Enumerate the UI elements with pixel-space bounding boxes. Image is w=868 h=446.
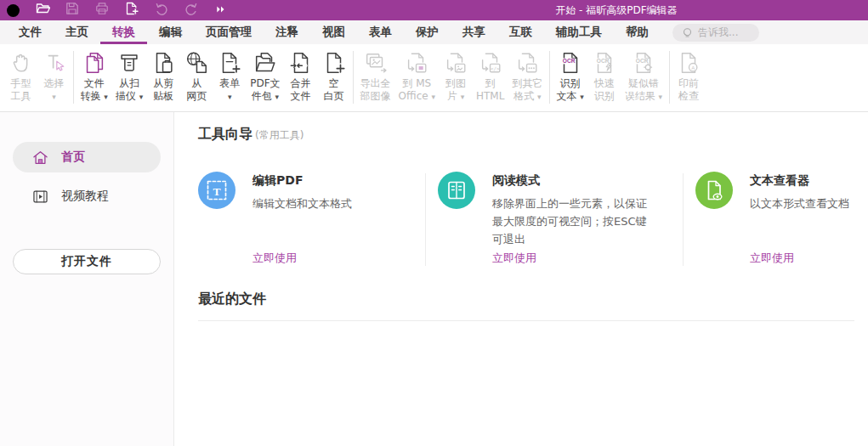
sidebar-item-label: 视频教程 [61,189,109,204]
combine-files-button[interactable]: 合并 文件 [284,48,317,111]
card-body: 文本查看器以文本形式查看文档立即使用 [750,172,854,268]
undo-button [154,3,169,18]
tab-注释[interactable]: 注释 [264,20,310,44]
ribbon-tab-bar: 文件主页转换编辑页面管理注释视图表单保护共享互联辅助工具帮助 [0,20,868,44]
print-button [94,3,110,18]
tool-card-text-viewer: 文本查看器以文本形式查看文档立即使用 [684,172,854,268]
ocr-suspect-results-button: OCR疑似错 误结果 ▾ [621,48,666,111]
use-now-link[interactable]: 立即使用 [492,251,676,268]
to-other-icon [514,48,540,76]
combine-files-icon [288,48,314,76]
new-document-button[interactable] [124,3,139,18]
preflight-icon: A [676,48,701,76]
ocr-recognize-text-button[interactable]: OCR识别 文本 ▾ [553,48,587,111]
video-icon [31,187,50,206]
main-content: 工具向导(常用工具) T编辑PDF编辑文档和文本格式立即使用阅读模式移除界面上的… [174,112,868,446]
use-now-link[interactable]: 立即使用 [750,251,854,268]
tab-共享[interactable]: 共享 [451,20,497,44]
to-html-label: 到 HTML [476,77,504,102]
select-icon [42,48,67,76]
recent-files-divider [198,320,854,321]
tab-互联[interactable]: 互联 [497,20,544,44]
from-scanner-button[interactable]: 从扫 描仪 ▾ [111,48,146,111]
tab-帮助[interactable]: 帮助 [614,20,661,44]
sidebar-item-video-tutorials[interactable]: 视频教程 [13,181,161,212]
combine-files-label: 合并 文件 [291,77,311,102]
ribbon-group-separator [669,51,670,104]
form-label: 表单 ▾ [219,77,240,103]
tab-辅助工具[interactable]: 辅助工具 [544,20,614,44]
to-ms-office-label: 到 MS Office ▾ [399,77,435,103]
print-icon [94,1,110,20]
pdf-portfolio-label: PDF文 件包 ▾ [250,77,280,103]
sidebar-item-home[interactable]: 首页 [13,142,161,172]
svg-text:OCR: OCR [636,57,649,63]
search-input[interactable] [698,26,751,38]
bulb-icon [681,26,694,39]
form-button[interactable]: 表单 ▾ [213,48,247,111]
hand-tool-label: 手型 工具 [11,77,31,102]
tab-文件[interactable]: 文件 [7,20,54,44]
tab-表单[interactable]: 表单 [357,20,404,44]
preflight-button: A印前 检查 [672,48,706,111]
tab-转换[interactable]: 转换 [100,20,147,44]
tools-wizard-heading: 工具向导(常用工具) [198,126,854,144]
use-now-link[interactable]: 立即使用 [252,251,417,268]
pdf-portfolio-button[interactable]: PDF文 件包 ▾ [247,48,284,111]
to-ms-office-icon [404,48,429,76]
read-mode-icon [438,172,475,209]
redo-icon [184,1,199,20]
tab-主页[interactable]: 主页 [54,20,100,44]
from-webpage-button[interactable]: 从 网页 [180,48,213,111]
tab-视图[interactable]: 视图 [310,20,357,44]
ocr-suspect-icon: OCR [631,48,656,76]
redo-button [184,3,199,18]
more-icon [215,3,227,19]
card-description: 编辑文档和文本格式 [252,195,417,212]
new-doc-icon [124,1,139,20]
hand-icon [9,48,34,76]
to-image-button: 到图 片 ▾ [439,48,472,111]
ribbon-toolbar: 手型 工具选择 ▾文件 转换 ▾从扫 描仪 ▾从剪 贴板从 网页表单 ▾PDF文… [0,44,868,112]
save-button [65,3,80,18]
customize-toolbar-button[interactable] [213,3,229,18]
tab-编辑[interactable]: 编辑 [147,20,194,44]
from-clipboard-label: 从剪 贴板 [153,77,173,102]
to-image-icon [443,48,468,76]
home-icon [31,148,50,167]
open-folder-icon [35,1,50,20]
from-scanner-label: 从扫 描仪 ▾ [116,77,143,103]
ribbon-group-separator [353,51,354,104]
app-dot-icon [7,4,20,17]
select-tool-label: 选择 ▾ [44,77,65,103]
export-images-icon [363,48,389,76]
text-viewer-icon [695,172,733,209]
ocr-suspect-results-label: 疑似错 误结果 ▾ [625,77,662,103]
convert-files-button[interactable]: 文件 转换 ▾ [77,48,111,111]
preflight-label: 印前 检查 [678,77,699,102]
app-dot-button[interactable] [5,3,20,18]
quick-access-toolbar [5,3,229,18]
convert-files-label: 文件 转换 ▾ [81,77,108,103]
svg-text:T: T [213,185,220,198]
export-all-images-button: 导出全 部图像 [356,48,394,111]
ribbon-group-separator [73,51,74,104]
from-clipboard-button[interactable]: 从剪 贴板 [147,48,180,111]
open-file-button[interactable]: 打开文件 [13,249,161,274]
to-html-icon: </> [478,48,503,76]
tab-保护[interactable]: 保护 [404,20,451,44]
pdf-portfolio-icon [252,48,278,76]
edit-text-icon: T [198,172,235,209]
tab-页面管理[interactable]: 页面管理 [194,20,264,44]
app-window: 开始 - 福昕高级PDF编辑器 文件主页转换编辑页面管理注释视图表单保护共享互联… [0,0,868,446]
from-clipboard-icon [150,48,176,76]
blank-page-label: 空 白页 [324,77,344,102]
recent-files-heading: 最近的文件 [198,291,854,308]
open-file-button[interactable] [35,3,50,18]
sidebar-item-label: 首页 [61,150,85,165]
card-title: 阅读模式 [492,173,676,189]
tool-cards: T编辑PDF编辑文档和文本格式立即使用阅读模式移除界面上的一些元素，以保证 最大… [198,172,854,268]
blank-page-button[interactable]: 空 白页 [317,48,350,111]
tell-me-search[interactable] [672,24,759,42]
svg-text:</>: </> [491,65,500,71]
